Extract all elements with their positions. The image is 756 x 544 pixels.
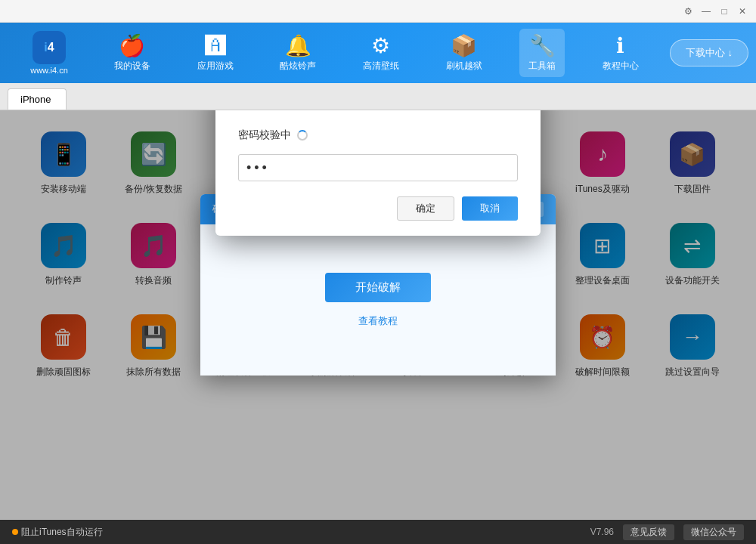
close-button[interactable]: ✕ — [735, 4, 750, 19]
status-right: V7.96 意见反馈 微信公众号 — [590, 524, 744, 540]
feedback-button[interactable]: 意见反馈 — [623, 524, 674, 540]
nav-label-jailbreak: 刷机越狱 — [446, 60, 482, 73]
nav-label-app-games: 应用游戏 — [197, 60, 234, 73]
nav-item-jailbreak[interactable]: 📦刷机越狱 — [437, 29, 491, 77]
download-center-button[interactable]: 下载中心 ↓ — [670, 39, 748, 66]
nav-item-app-games[interactable]: 🅰应用游戏 — [188, 29, 243, 77]
password-input[interactable] — [238, 154, 518, 181]
inner-dialog: 密码验证 ✕ 密码校验中 确定 取消 — [215, 110, 541, 236]
nav-item-tutorials[interactable]: ℹ教程中心 — [593, 29, 648, 77]
nav-icon-toolbox: 🔧 — [529, 33, 556, 58]
dialog-actions: 确定 取消 — [238, 196, 518, 221]
nav-icon-app-games: 🅰 — [205, 33, 226, 58]
header: i4 www.i4.cn 🍎我的设备🅰应用游戏🔔酷炫铃声⚙高清壁纸📦刷机越狱🔧工… — [0, 23, 756, 83]
status-bar: 阻止iTunes自动运行 V7.96 意见反馈 微信公众号 — [0, 520, 756, 544]
version-label: V7.96 — [590, 527, 614, 537]
maximize-button[interactable]: □ — [717, 4, 732, 19]
nav-item-my-device[interactable]: 🍎我的设备 — [105, 29, 160, 77]
verify-status-text: 密码校验中 — [238, 128, 291, 142]
title-bar: ⚙ — □ ✕ — [0, 0, 756, 23]
cancel-button[interactable]: 取消 — [462, 196, 518, 221]
nav-item-ringtones[interactable]: 🔔酷炫铃声 — [271, 29, 325, 77]
nav-label-ringtones: 酷炫铃声 — [280, 60, 316, 73]
nav-icon-jailbreak: 📦 — [451, 33, 477, 58]
wechat-button[interactable]: 微信公众号 — [683, 524, 744, 540]
nav-item-wallpapers[interactable]: ⚙高清壁纸 — [354, 29, 408, 77]
loading-spinner — [297, 130, 308, 141]
outer-dialog-body: 开始破解 查看教程 — [200, 224, 556, 376]
verify-status: 密码校验中 — [238, 128, 518, 142]
nav-icon-my-device: 🍎 — [119, 33, 145, 58]
status-notice: 阻止iTunes自动运行 — [21, 526, 103, 539]
nav-label-wallpapers: 高清壁纸 — [363, 60, 399, 73]
logo-website: www.i4.cn — [30, 66, 68, 75]
minimize-button[interactable]: — — [699, 4, 714, 19]
tab-iphone-label: iPhone — [20, 94, 51, 105]
status-left: 阻止iTunes自动运行 — [12, 526, 590, 539]
confirm-button[interactable]: 确定 — [397, 196, 454, 221]
nav-label-toolbox: 工具箱 — [528, 60, 556, 73]
logo-area: i4 www.i4.cn — [8, 31, 91, 75]
nav-label-tutorials: 教程中心 — [603, 60, 639, 73]
nav-icon-wallpapers: ⚙ — [371, 33, 390, 58]
nav-items: 🍎我的设备🅰应用游戏🔔酷炫铃声⚙高清壁纸📦刷机越狱🔧工具箱ℹ教程中心 — [91, 29, 662, 77]
start-break-button[interactable]: 开始破解 — [325, 273, 431, 302]
status-indicator — [12, 529, 18, 535]
nav-icon-tutorials: ℹ — [616, 33, 624, 58]
view-tutorial-link[interactable]: 查看教程 — [358, 314, 398, 328]
inner-dialog-body: 密码校验中 确定 取消 — [215, 110, 541, 236]
logo-icon: i4 — [33, 31, 66, 64]
window-controls: ⚙ — □ ✕ — [680, 4, 750, 19]
dialog-overlay: 破解时间限额 ✕ 开始破解 查看教程 密码验证 ✕ 密码校验中 确定 — [0, 110, 756, 520]
tab-bar: iPhone — [0, 83, 756, 110]
tab-iphone[interactable]: iPhone — [8, 88, 67, 110]
nav-icon-ringtones: 🔔 — [285, 33, 311, 58]
nav-item-toolbox[interactable]: 🔧工具箱 — [519, 29, 565, 77]
settings-icon[interactable]: ⚙ — [680, 4, 696, 19]
main-content: 📱安装移动端🔄备份/恢复数据📱🔧🅰AppleID♪iTunes及驱动📦下载固件🎵… — [0, 110, 756, 520]
nav-label-my-device: 我的设备 — [114, 60, 150, 73]
